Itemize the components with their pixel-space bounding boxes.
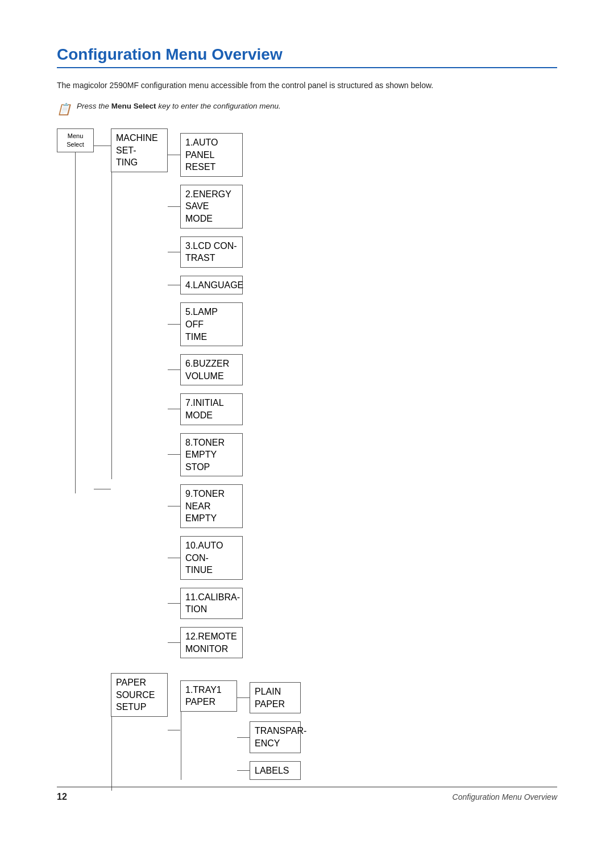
conn-machine-setting <box>94 136 111 155</box>
machine-col3-connectors: 1.AUTO PANELRESET 2.ENERGYSAVE MODE 3.LC… <box>168 128 243 661</box>
machine-setting-row: MACHINE SET-TING 1.AUTO PANELRESET 2.ENE… <box>111 128 243 661</box>
h-conn-plain <box>237 697 250 698</box>
labels-box: LABELS <box>250 761 301 780</box>
item-11-box: 11.CALIBRA-TION <box>180 588 243 619</box>
machine-vline <box>111 172 112 479</box>
h-conn-4 <box>168 285 180 285</box>
h-line-1 <box>94 146 111 146</box>
h-conn-trans <box>237 737 250 738</box>
tray1-vline <box>181 712 181 780</box>
plain-paper-row: PLAINPAPER <box>237 682 301 713</box>
h-conn-5 <box>168 324 180 325</box>
footer-page-number: 12 <box>57 792 67 802</box>
col2: MACHINE SET-TING 1.AUTO PANELRESET 2.ENE… <box>111 128 301 791</box>
item-3-box: 3.LCD CON-TRAST <box>180 236 243 268</box>
item-9-row: 9.TONER NEAREMPTY <box>168 484 243 528</box>
h-conn-11 <box>168 603 180 604</box>
paper-options-connectors: PLAINPAPER TRANSPAR-ENCY LABELS <box>237 678 301 782</box>
item-7-box: 7.INITIALMODE <box>180 393 243 425</box>
item-10-row: 10.AUTO CON-TINUE <box>168 536 243 580</box>
paper-source-box: PAPER SOURCESETUP <box>111 673 168 717</box>
tray1-row: 1.TRAY1PAPER PLAINPAPER TRANSPAR-E <box>168 678 301 782</box>
item-8-box: 8.TONEREMPTY STOP <box>180 433 243 477</box>
item-1-box: 1.AUTO PANELRESET <box>180 133 243 177</box>
menu-select-bold: Menu Select <box>111 102 156 110</box>
item-12-box: 12.REMOTEMONITOR <box>180 627 243 658</box>
note-icon: 📋 <box>57 102 71 116</box>
footer-chapter-title: Configuration Menu Overview <box>453 792 557 801</box>
page: Configuration Menu Overview The magicolo… <box>0 0 614 836</box>
col1-col2-connectors <box>94 136 111 498</box>
item-5-box: 5.LAMP OFFTIME <box>180 302 243 346</box>
col1: Menu Select <box>57 128 94 493</box>
note-text: Press the Menu Select key to enter the c… <box>77 102 281 110</box>
menu-tree: Menu Select MACHINE SET-TING <box>57 128 557 791</box>
item-8-row: 8.TONEREMPTY STOP <box>168 433 243 477</box>
h-conn-1 <box>168 155 180 155</box>
item-6-box: 6.BUZZERVOLUME <box>180 354 243 385</box>
transparency-box: TRANSPAR-ENCY <box>250 721 301 753</box>
labels-row: LABELS <box>237 761 301 780</box>
item-7-row: 7.INITIALMODE <box>168 393 243 425</box>
h-conn-tray1 <box>168 730 180 730</box>
item-12-row: 12.REMOTEMONITOR <box>168 627 243 658</box>
h-conn-labels <box>237 770 250 771</box>
note-line: 📋 Press the Menu Select key to enter the… <box>57 102 557 116</box>
paper-vline <box>111 717 112 791</box>
item-4-box: 4.LANGUAGE <box>180 276 243 295</box>
item-3-row: 3.LCD CON-TRAST <box>168 236 243 268</box>
paper-source-row: PAPER SOURCESETUP 1.TRAY1PAPER <box>111 673 301 791</box>
h-conn-12 <box>168 642 180 643</box>
item-9-box: 9.TONER NEAREMPTY <box>180 484 243 528</box>
plain-paper-box: PLAINPAPER <box>250 682 301 713</box>
page-footer: 12 Configuration Menu Overview <box>57 787 557 802</box>
item-10-box: 10.AUTO CON-TINUE <box>180 536 243 580</box>
tray1-col: 1.TRAY1PAPER <box>180 680 237 780</box>
item-11-row: 11.CALIBRA-TION <box>168 588 243 619</box>
transparency-row: TRANSPAR-ENCY <box>237 721 301 753</box>
machine-setting-col: MACHINE SET-TING <box>111 128 168 479</box>
h-conn-3 <box>168 252 180 252</box>
h-line-2 <box>94 489 111 489</box>
intro-text: The magicolor 2590MF configuration menu … <box>57 80 557 92</box>
conn-paper-source <box>94 480 111 498</box>
paper-col3-connectors: 1.TRAY1PAPER PLAINPAPER TRANSPAR-E <box>168 673 301 782</box>
item-2-row: 2.ENERGYSAVE MODE <box>168 185 243 229</box>
item-2-box: 2.ENERGYSAVE MODE <box>180 185 243 229</box>
h-conn-7 <box>168 409 180 409</box>
h-conn-8 <box>168 454 180 455</box>
page-title: Configuration Menu Overview <box>57 45 557 68</box>
h-conn-2 <box>168 206 180 207</box>
h-conn-9 <box>168 506 180 506</box>
tray1-box: 1.TRAY1PAPER <box>180 680 237 712</box>
h-conn-6 <box>168 369 180 370</box>
item-4-row: 4.LANGUAGE <box>168 276 243 295</box>
machine-setting-box: MACHINE SET-TING <box>111 128 168 172</box>
item-1-row: 1.AUTO PANELRESET <box>168 133 243 177</box>
item-5-row: 5.LAMP OFFTIME <box>168 302 243 346</box>
paper-source-col: PAPER SOURCESETUP <box>111 673 168 791</box>
h-conn-10 <box>168 558 180 558</box>
item-6-row: 6.BUZZERVOLUME <box>168 354 243 385</box>
menu-select-box: Menu Select <box>57 128 94 152</box>
col1-vline <box>75 152 76 493</box>
